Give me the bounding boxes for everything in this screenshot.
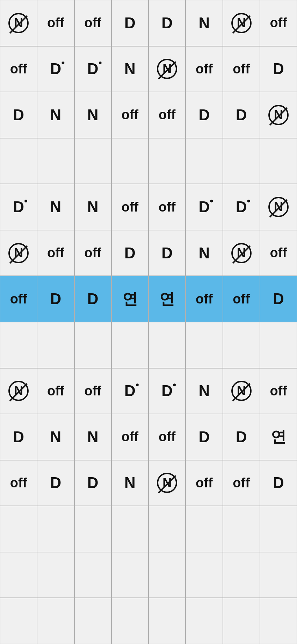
cell-r6-c3[interactable]: 연 bbox=[111, 276, 148, 322]
cell-r9-c0[interactable]: D bbox=[0, 414, 37, 460]
cell-r6-c0[interactable]: off bbox=[0, 276, 37, 322]
cell-r9-c2[interactable]: N bbox=[74, 414, 111, 460]
cell-r0-c6[interactable]: N bbox=[223, 0, 260, 46]
cell-r4-c5[interactable]: D bbox=[186, 184, 223, 230]
cell-r1-c7[interactable]: D bbox=[260, 46, 297, 92]
cell-r2-c6[interactable]: D bbox=[223, 92, 260, 138]
cell-r6-c4[interactable]: 연 bbox=[148, 276, 186, 322]
cell-r13-c2[interactable] bbox=[74, 598, 111, 644]
cell-r7-c6[interactable] bbox=[223, 322, 260, 368]
cell-r9-c1[interactable]: N bbox=[37, 414, 74, 460]
cell-r13-c3[interactable] bbox=[111, 598, 148, 644]
cell-r9-c6[interactable]: D bbox=[223, 414, 260, 460]
cell-r11-c3[interactable] bbox=[111, 506, 148, 552]
cell-r13-c1[interactable] bbox=[37, 598, 74, 644]
cell-r8-c7[interactable]: off bbox=[260, 368, 297, 414]
cell-r6-c1[interactable]: D bbox=[37, 276, 74, 322]
cell-r7-c4[interactable] bbox=[148, 322, 186, 368]
cell-r10-c6[interactable]: off bbox=[223, 460, 260, 506]
cell-r1-c3[interactable]: N bbox=[111, 46, 148, 92]
cell-r7-c2[interactable] bbox=[74, 322, 111, 368]
cell-r8-c1[interactable]: off bbox=[37, 368, 74, 414]
cell-r1-c4[interactable]: N bbox=[148, 46, 186, 92]
cell-r8-c3[interactable]: D bbox=[111, 368, 148, 414]
cell-r12-c7[interactable] bbox=[260, 552, 297, 598]
cell-r12-c5[interactable] bbox=[186, 552, 223, 598]
cell-r4-c2[interactable]: N bbox=[74, 184, 111, 230]
cell-r1-c1[interactable]: D bbox=[37, 46, 74, 92]
cell-r1-c6[interactable]: off bbox=[223, 46, 260, 92]
cell-r3-c0[interactable] bbox=[0, 138, 37, 184]
cell-r3-c4[interactable] bbox=[148, 138, 186, 184]
cell-r3-c6[interactable] bbox=[223, 138, 260, 184]
cell-r4-c3[interactable]: off bbox=[111, 184, 148, 230]
cell-r8-c4[interactable]: D bbox=[148, 368, 186, 414]
cell-r2-c2[interactable]: N bbox=[74, 92, 111, 138]
cell-r6-c6[interactable]: off bbox=[223, 276, 260, 322]
cell-r11-c4[interactable] bbox=[148, 506, 186, 552]
cell-r11-c0[interactable] bbox=[0, 506, 37, 552]
cell-r6-c2[interactable]: D bbox=[74, 276, 111, 322]
cell-r5-c0[interactable]: N bbox=[0, 230, 37, 276]
cell-r12-c0[interactable] bbox=[0, 552, 37, 598]
cell-r5-c7[interactable]: off bbox=[260, 230, 297, 276]
cell-r0-c1[interactable]: off bbox=[37, 0, 74, 46]
cell-r12-c3[interactable] bbox=[111, 552, 148, 598]
cell-r7-c7[interactable] bbox=[260, 322, 297, 368]
cell-r3-c1[interactable] bbox=[37, 138, 74, 184]
cell-r12-c6[interactable] bbox=[223, 552, 260, 598]
cell-r13-c0[interactable] bbox=[0, 598, 37, 644]
cell-r5-c1[interactable]: off bbox=[37, 230, 74, 276]
cell-r12-c4[interactable] bbox=[148, 552, 186, 598]
cell-r3-c5[interactable] bbox=[186, 138, 223, 184]
cell-r9-c7[interactable]: 연 bbox=[260, 414, 297, 460]
cell-r6-c7[interactable]: D bbox=[260, 276, 297, 322]
cell-r2-c4[interactable]: off bbox=[148, 92, 186, 138]
cell-r12-c2[interactable] bbox=[74, 552, 111, 598]
cell-r1-c0[interactable]: off bbox=[0, 46, 37, 92]
cell-r13-c5[interactable] bbox=[186, 598, 223, 644]
cell-r5-c4[interactable]: D bbox=[148, 230, 186, 276]
cell-r13-c4[interactable] bbox=[148, 598, 186, 644]
cell-r0-c7[interactable]: off bbox=[260, 0, 297, 46]
cell-r11-c6[interactable] bbox=[223, 506, 260, 552]
cell-r7-c3[interactable] bbox=[111, 322, 148, 368]
cell-r3-c7[interactable] bbox=[260, 138, 297, 184]
cell-r5-c2[interactable]: off bbox=[74, 230, 111, 276]
cell-r9-c3[interactable]: off bbox=[111, 414, 148, 460]
cell-r5-c5[interactable]: N bbox=[186, 230, 223, 276]
cell-r2-c0[interactable]: D bbox=[0, 92, 37, 138]
cell-r9-c5[interactable]: D bbox=[186, 414, 223, 460]
cell-r13-c7[interactable] bbox=[260, 598, 297, 644]
cell-r4-c7[interactable]: N bbox=[260, 184, 297, 230]
cell-r8-c2[interactable]: off bbox=[74, 368, 111, 414]
cell-r6-c5[interactable]: off bbox=[186, 276, 223, 322]
cell-r13-c6[interactable] bbox=[223, 598, 260, 644]
cell-r4-c4[interactable]: off bbox=[148, 184, 186, 230]
cell-r4-c6[interactable]: D bbox=[223, 184, 260, 230]
cell-r0-c5[interactable]: N bbox=[186, 0, 223, 46]
cell-r10-c5[interactable]: off bbox=[186, 460, 223, 506]
cell-r8-c6[interactable]: N bbox=[223, 368, 260, 414]
cell-r7-c1[interactable] bbox=[37, 322, 74, 368]
cell-r11-c7[interactable] bbox=[260, 506, 297, 552]
cell-r7-c0[interactable] bbox=[0, 322, 37, 368]
cell-r3-c3[interactable] bbox=[111, 138, 148, 184]
cell-r0-c3[interactable]: D bbox=[111, 0, 148, 46]
cell-r10-c3[interactable]: N bbox=[111, 460, 148, 506]
cell-r8-c0[interactable]: N bbox=[0, 368, 37, 414]
cell-r10-c4[interactable]: N bbox=[148, 460, 186, 506]
cell-r2-c5[interactable]: D bbox=[186, 92, 223, 138]
cell-r10-c0[interactable]: off bbox=[0, 460, 37, 506]
cell-r11-c2[interactable] bbox=[74, 506, 111, 552]
cell-r11-c5[interactable] bbox=[186, 506, 223, 552]
cell-r7-c5[interactable] bbox=[186, 322, 223, 368]
cell-r5-c3[interactable]: D bbox=[111, 230, 148, 276]
cell-r3-c2[interactable] bbox=[74, 138, 111, 184]
cell-r1-c2[interactable]: D bbox=[74, 46, 111, 92]
cell-r10-c7[interactable]: D bbox=[260, 460, 297, 506]
cell-r2-c3[interactable]: off bbox=[111, 92, 148, 138]
cell-r5-c6[interactable]: N bbox=[223, 230, 260, 276]
cell-r0-c2[interactable]: off bbox=[74, 0, 111, 46]
cell-r4-c1[interactable]: N bbox=[37, 184, 74, 230]
